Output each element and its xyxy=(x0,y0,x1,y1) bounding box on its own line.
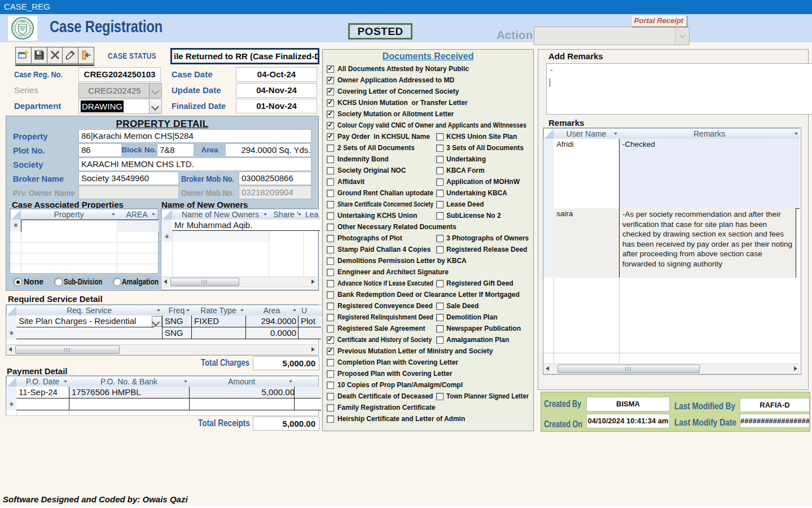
edit-button[interactable] xyxy=(62,47,78,64)
grid-select-all[interactable] xyxy=(6,376,17,388)
scroll-left-arrow[interactable] xyxy=(544,364,551,373)
checkbox-checked[interactable]: ✓ xyxy=(327,88,334,95)
checkbox-unchecked[interactable] xyxy=(327,393,334,400)
checkbox-unchecked[interactable] xyxy=(327,190,334,197)
add-remarks-input[interactable]: - xyxy=(546,63,812,115)
checkbox-unchecked[interactable] xyxy=(327,404,334,411)
checkbox-unchecked[interactable] xyxy=(327,359,334,366)
delete-button[interactable] xyxy=(47,47,63,64)
column-header-area[interactable]: Area xyxy=(245,305,299,317)
checkbox-unchecked[interactable] xyxy=(436,212,444,220)
remark-user-cell[interactable]: Afridi xyxy=(554,139,620,209)
area-field[interactable]: 294.0000 xyxy=(225,143,279,157)
property-field[interactable]: 86|Karachi Memon CHS|5284 xyxy=(78,129,311,143)
checkbox-checked[interactable]: ✓ xyxy=(327,111,334,118)
freq-cell[interactable]: SNG xyxy=(162,316,194,327)
new-extra-cell[interactable] xyxy=(294,398,321,410)
column-header-property[interactable]: Property xyxy=(21,209,117,221)
checkbox-checked[interactable]: ✓ xyxy=(327,77,334,84)
case-status-field[interactable]: ile Returned to RR (Case Finalized-D xyxy=(170,48,319,64)
checkbox-unchecked[interactable] xyxy=(327,144,334,152)
column-header-extra[interactable] xyxy=(294,376,318,388)
checkbox-unchecked[interactable] xyxy=(327,224,334,231)
radio-amalgation[interactable] xyxy=(113,278,121,286)
new-owner-cell[interactable] xyxy=(172,231,270,242)
new-freq-cell[interactable]: SNG xyxy=(162,327,194,339)
new-po-bank-cell[interactable] xyxy=(69,398,192,410)
checkbox-unchecked[interactable] xyxy=(327,269,334,276)
new-amount-cell[interactable] xyxy=(189,398,295,410)
column-header-req-service[interactable]: Req. Service xyxy=(16,305,163,317)
column-header-po-date[interactable]: P.O. Date xyxy=(16,376,69,388)
remarks-h-scrollbar[interactable] xyxy=(543,364,800,374)
scroll-right-arrow[interactable] xyxy=(792,364,799,373)
checkbox-unchecked[interactable] xyxy=(327,235,334,242)
scroll-right-arrow[interactable] xyxy=(309,277,317,286)
scroll-right-arrow[interactable] xyxy=(309,345,317,353)
scroll-left-arrow[interactable] xyxy=(162,277,169,286)
checkbox-checked[interactable]: ✓ xyxy=(327,133,334,141)
checkbox-unchecked[interactable] xyxy=(436,280,444,287)
column-header-user-name[interactable]: User Name xyxy=(554,128,620,140)
owners-h-scrollbar[interactable] xyxy=(161,277,317,287)
amount-cell[interactable]: 5,000.00 xyxy=(189,387,297,398)
checkbox-unchecked[interactable] xyxy=(327,178,334,186)
radio-sub-division[interactable] xyxy=(54,278,63,286)
owner-share-cell[interactable] xyxy=(269,220,305,231)
grid-select-all[interactable] xyxy=(10,209,21,221)
broker-mob-field[interactable]: 03008250866 xyxy=(239,172,311,185)
column-header-owner-name[interactable]: Name of New Owners xyxy=(172,209,269,221)
service-unit-cell[interactable]: Plot xyxy=(298,316,321,327)
checkbox-unchecked[interactable] xyxy=(436,156,444,163)
scroll-left-arrow[interactable] xyxy=(7,345,14,353)
remark-user-cell[interactable]: saira xyxy=(554,208,620,278)
new-record-button[interactable] xyxy=(15,47,31,64)
column-header-share[interactable]: Share ' xyxy=(269,209,304,221)
column-header-freq[interactable]: Freq xyxy=(162,305,192,317)
checkbox-unchecked[interactable] xyxy=(436,144,444,152)
checkbox-unchecked[interactable] xyxy=(327,303,334,310)
column-header-area[interactable]: AREA xyxy=(117,209,157,221)
checkbox-unchecked[interactable] xyxy=(436,303,444,310)
grid-select-all[interactable] xyxy=(543,128,554,140)
radio-none[interactable] xyxy=(14,278,22,286)
checkbox-unchecked[interactable] xyxy=(327,415,334,423)
service-h-scrollbar[interactable] xyxy=(6,344,317,355)
scroll-thumb[interactable] xyxy=(558,365,700,373)
scroll-thumb[interactable] xyxy=(15,345,120,354)
save-button[interactable] xyxy=(31,47,47,64)
checkbox-unchecked[interactable] xyxy=(436,393,444,400)
checkbox-unchecked[interactable] xyxy=(327,370,334,378)
checkbox-unchecked[interactable] xyxy=(436,235,444,242)
checkbox-unchecked[interactable] xyxy=(327,291,334,299)
extra-cell[interactable] xyxy=(294,387,321,398)
new-area-cell[interactable] xyxy=(117,220,159,233)
remark-text-cell[interactable]: -Checked xyxy=(620,139,800,209)
checkbox-checked[interactable]: ✓ xyxy=(327,348,334,355)
new-area-cell[interactable]: 0.0000 xyxy=(245,327,299,339)
checkbox-unchecked[interactable] xyxy=(327,280,334,287)
update-date-field[interactable]: 04-Nov-24 xyxy=(236,83,317,98)
checkbox-unchecked[interactable] xyxy=(327,325,334,332)
checkbox-unchecked[interactable] xyxy=(436,314,444,321)
finalized-date-field[interactable]: 01-Nov-24 xyxy=(236,99,317,113)
column-header-amount[interactable]: Amount xyxy=(189,376,295,388)
plot-no-field[interactable]: 86 xyxy=(78,143,122,157)
checkbox-unchecked[interactable] xyxy=(327,167,334,174)
service-combo-button[interactable] xyxy=(152,316,162,327)
checkbox-checked[interactable]: ✓ xyxy=(327,336,334,344)
new-service-cell[interactable] xyxy=(16,327,164,339)
checkbox-unchecked[interactable] xyxy=(436,178,444,186)
department-dropdown-button[interactable] xyxy=(149,99,161,113)
exit-button[interactable] xyxy=(78,47,94,64)
new-unit-cell[interactable] xyxy=(298,327,321,339)
checkbox-unchecked[interactable] xyxy=(436,133,444,141)
remark-text-cell[interactable]: -As per society recommendation and after… xyxy=(620,208,796,278)
column-header-remarks[interactable]: Remarks xyxy=(619,128,800,140)
grid-select-all[interactable] xyxy=(6,305,17,317)
broker-name-field[interactable]: Society 34549960 xyxy=(78,172,179,185)
checkbox-unchecked[interactable] xyxy=(327,257,334,265)
department-dropdown[interactable]: DRAWING xyxy=(78,99,162,114)
checkbox-unchecked[interactable] xyxy=(436,167,444,174)
checkbox-checked[interactable]: ✓ xyxy=(327,65,334,73)
